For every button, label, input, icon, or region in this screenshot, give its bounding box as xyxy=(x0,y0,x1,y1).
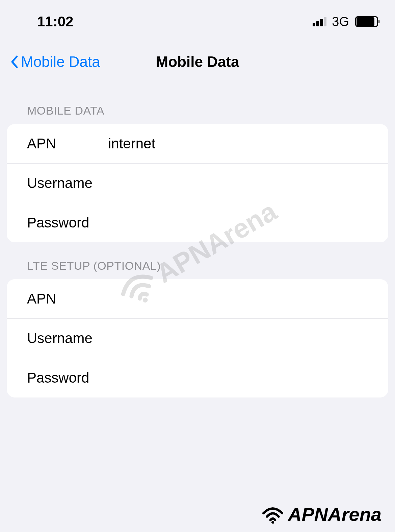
row-mobile-data-username[interactable]: Username xyxy=(7,164,388,203)
status-time: 11:02 xyxy=(37,14,73,30)
watermark-bottom: APNArena xyxy=(261,503,381,525)
row-lte-username[interactable]: Username xyxy=(7,319,388,358)
chevron-left-icon xyxy=(10,55,18,69)
content: MOBILE DATA APN Username Password LTE SE… xyxy=(0,87,395,397)
page-title: Mobile Data xyxy=(156,53,239,70)
section-header-mobile-data: MOBILE DATA xyxy=(7,87,388,124)
label-lte-apn: APN xyxy=(27,291,108,307)
input-mobile-data-username[interactable] xyxy=(108,175,368,191)
input-lte-username[interactable] xyxy=(108,330,368,346)
cellular-signal-icon xyxy=(313,17,326,26)
section-header-lte-setup: LTE SETUP (OPTIONAL) xyxy=(7,242,388,279)
section-group-mobile-data: APN Username Password xyxy=(7,124,388,242)
status-right: 3G xyxy=(313,15,378,29)
label-username: Username xyxy=(27,175,108,191)
wifi-icon xyxy=(261,505,285,524)
row-mobile-data-password[interactable]: Password xyxy=(7,203,388,242)
section-group-lte-setup: APN Username Password xyxy=(7,279,388,397)
network-type: 3G xyxy=(332,15,349,29)
input-mobile-data-apn[interactable] xyxy=(108,136,368,152)
row-lte-apn[interactable]: APN xyxy=(7,279,388,319)
input-lte-apn[interactable] xyxy=(108,291,368,307)
back-button[interactable]: Mobile Data xyxy=(10,53,100,70)
row-lte-password[interactable]: Password xyxy=(7,358,388,397)
label-lte-password: Password xyxy=(27,370,108,386)
svg-point-1 xyxy=(271,521,274,524)
input-lte-password[interactable] xyxy=(108,370,368,386)
row-mobile-data-apn[interactable]: APN xyxy=(7,124,388,164)
input-mobile-data-password[interactable] xyxy=(108,215,368,231)
navigation-bar: Mobile Data Mobile Data xyxy=(0,40,395,87)
label-password: Password xyxy=(27,215,108,231)
watermark-bottom-text: APNArena xyxy=(288,503,381,525)
status-bar: 11:02 3G xyxy=(0,0,395,40)
battery-icon xyxy=(355,16,378,27)
label-apn: APN xyxy=(27,136,108,152)
back-label: Mobile Data xyxy=(21,53,100,70)
label-lte-username: Username xyxy=(27,330,108,346)
